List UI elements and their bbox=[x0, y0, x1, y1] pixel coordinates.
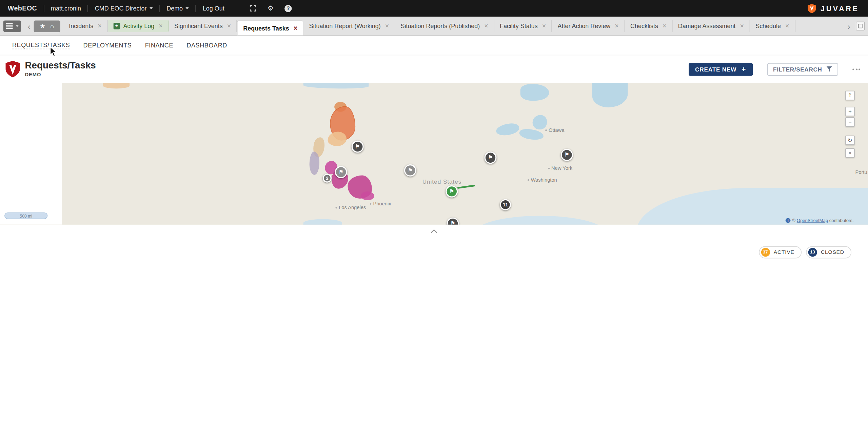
flag-icon: ⚑ bbox=[338, 169, 343, 175]
tab-label: After Action Review bbox=[558, 23, 611, 29]
chevron-down-icon bbox=[15, 25, 19, 27]
close-icon[interactable]: × bbox=[740, 23, 744, 29]
close-icon[interactable]: × bbox=[98, 23, 101, 29]
subnav-item[interactable]: FINANCE bbox=[145, 42, 173, 49]
close-icon[interactable]: × bbox=[159, 23, 162, 29]
map-flag-marker[interactable]: ⚑ bbox=[485, 151, 497, 164]
board-tab[interactable]: ★ Activity Log × bbox=[108, 20, 169, 32]
subnav-item[interactable]: DASHBOARD bbox=[186, 42, 227, 49]
tab-scroll-right-button[interactable]: › bbox=[845, 22, 852, 30]
board-tab[interactable]: ★ Significant Events × bbox=[169, 20, 237, 32]
app-window: WebEOC matt.cronin CMD EOC Director Demo… bbox=[0, 0, 868, 262]
flag-icon: ⚑ bbox=[565, 152, 570, 158]
refresh-button[interactable]: ↻ bbox=[845, 136, 855, 145]
tab-label: Activity Log bbox=[123, 23, 154, 29]
locate-button[interactable]: ⌖ bbox=[845, 148, 855, 158]
zoom-out-button[interactable]: − bbox=[845, 117, 855, 127]
map-flag-marker[interactable]: ⚑ bbox=[404, 164, 416, 177]
fullscreen-icon[interactable] bbox=[250, 5, 257, 12]
tab-scroll-left-button[interactable]: ‹ bbox=[25, 22, 33, 30]
tab-label: Situation Reports (Published) bbox=[401, 23, 480, 29]
board-tab[interactable]: ★ Checklists × bbox=[625, 20, 673, 32]
page-header: Requests/Tasks DEMO CREATE NEW+ FILTER/S… bbox=[0, 55, 868, 83]
mouse-cursor bbox=[50, 46, 57, 57]
logout-button[interactable]: Log Out bbox=[203, 5, 224, 12]
map[interactable]: 500 mi i © OpenStreetMap contributors. O… bbox=[0, 83, 868, 225]
map-water bbox=[495, 122, 520, 137]
active-filter-pill[interactable]: 37 ACTIVE bbox=[759, 246, 802, 258]
map-flag-marker[interactable]: ⚑ bbox=[447, 218, 459, 225]
create-new-button[interactable]: CREATE NEW+ bbox=[688, 63, 752, 76]
close-icon[interactable]: × bbox=[663, 23, 666, 29]
collapse-map-button[interactable] bbox=[430, 229, 438, 233]
map-water bbox=[519, 128, 544, 141]
subnav-item[interactable]: DEPLOYMENTS bbox=[83, 42, 132, 49]
map-flag-marker[interactable]: ⚑ bbox=[561, 149, 573, 161]
close-icon[interactable]: × bbox=[385, 23, 389, 29]
home-icon: ⌂ bbox=[50, 23, 54, 29]
filter-icon bbox=[827, 66, 832, 72]
board-tab[interactable]: ★ After Action Review × bbox=[552, 20, 625, 32]
close-icon[interactable]: × bbox=[227, 23, 231, 29]
map-blank-area bbox=[0, 83, 62, 225]
close-icon[interactable]: × bbox=[484, 23, 488, 29]
closed-label: CLOSED bbox=[821, 249, 844, 255]
window-icon bbox=[858, 24, 863, 28]
subnav-item[interactable]: REQUESTS/TASKS bbox=[12, 41, 70, 49]
open-new-window-button[interactable] bbox=[856, 22, 865, 30]
close-icon[interactable]: × bbox=[615, 23, 618, 29]
menu-button[interactable] bbox=[3, 20, 21, 32]
filter-search-button[interactable]: FILTER/SEARCH bbox=[767, 63, 838, 76]
star-icon: ★ bbox=[113, 23, 120, 29]
star-icon: ★ bbox=[40, 23, 45, 29]
tab-label: Situation Report (Working) bbox=[309, 23, 380, 29]
tab-strip: ★ Incidents × ★ Activity Log × ★ Signifi… bbox=[63, 17, 843, 36]
board-tab[interactable]: ★ Situation Report (Working) × bbox=[303, 20, 395, 32]
map-region bbox=[457, 185, 475, 189]
map-water bbox=[592, 83, 628, 107]
board-tab[interactable]: ★ Situation Reports (Published) × bbox=[395, 20, 494, 32]
map-place-label: Portu bbox=[855, 169, 867, 175]
map-region bbox=[328, 132, 347, 146]
tab-label: Significant Events bbox=[174, 23, 223, 29]
board-tab[interactable]: ★ Damage Assessment × bbox=[672, 20, 750, 32]
map-flag-marker[interactable]: ⚑ bbox=[352, 141, 364, 153]
position-menu[interactable]: CMD EOC Director bbox=[95, 5, 153, 12]
control-panel-tab-bar: ‹ ★ ⌂ ★ Incidents × ★ Activity Log × ★ S… bbox=[0, 17, 868, 36]
tab-label: Facility Status bbox=[500, 23, 538, 29]
tab-label: Incidents bbox=[69, 23, 93, 29]
close-icon[interactable]: × bbox=[542, 23, 546, 29]
page-title: Requests/Tasks bbox=[25, 61, 96, 71]
divider bbox=[88, 5, 88, 12]
map-cluster-marker[interactable]: 2 bbox=[323, 174, 332, 183]
header-more-button[interactable] bbox=[852, 68, 860, 70]
map-place-label: Phoenix bbox=[370, 201, 391, 206]
board-tab[interactable]: ★ Schedule × bbox=[750, 20, 795, 32]
flag-icon: ⚑ bbox=[450, 221, 455, 224]
juvare-logo: JUVARE bbox=[821, 4, 859, 12]
board-tab[interactable]: ★ Facility Status × bbox=[494, 20, 552, 32]
closed-filter-pill[interactable]: 13 CLOSED bbox=[806, 246, 851, 258]
divider bbox=[159, 5, 160, 12]
help-icon[interactable]: ? bbox=[284, 5, 292, 12]
pan-extent-button[interactable]: ↥ bbox=[845, 91, 855, 100]
info-icon[interactable]: i bbox=[786, 218, 791, 223]
map-cluster-marker[interactable]: 11 bbox=[500, 199, 511, 210]
board-tab[interactable]: ★ Incidents × bbox=[63, 20, 108, 32]
board-tab[interactable]: ★ Requests Tasks × bbox=[237, 20, 303, 35]
home-tab[interactable]: ★ ⌂ bbox=[34, 20, 60, 32]
board-subnav: REQUESTS/TASKSDEPLOYMENTSFINANCEDASHBOAR… bbox=[0, 36, 868, 55]
close-icon[interactable]: × bbox=[294, 25, 297, 32]
osm-link[interactable]: OpenStreetMap bbox=[797, 218, 828, 223]
incident-menu[interactable]: Demo bbox=[166, 5, 189, 12]
map-flag-marker[interactable]: ⚑ bbox=[335, 166, 347, 178]
gear-icon[interactable]: ⚙ bbox=[268, 4, 274, 12]
map-flag-marker[interactable]: ⚑ bbox=[446, 185, 458, 198]
map-place-label: New York bbox=[548, 165, 572, 171]
tab-label: Schedule bbox=[755, 23, 781, 29]
map-ocean bbox=[474, 216, 607, 225]
close-icon[interactable]: × bbox=[785, 23, 789, 29]
zoom-in-button[interactable]: + bbox=[845, 107, 855, 116]
map-place-label: Los Angeles bbox=[335, 205, 366, 210]
app-brand: WebEOC bbox=[8, 4, 37, 12]
